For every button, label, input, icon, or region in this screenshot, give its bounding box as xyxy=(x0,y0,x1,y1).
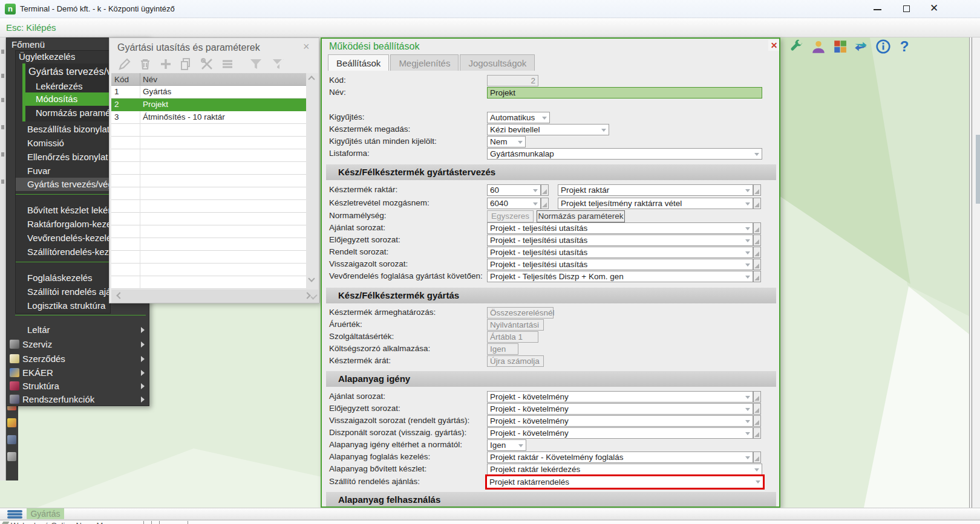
menu-item-szerviz[interactable]: Szerviz xyxy=(22,338,137,351)
close-button[interactable]: ✕ xyxy=(921,0,947,18)
lookup-button[interactable] xyxy=(753,235,761,246)
esc-exit-label[interactable]: Esc: Kilépés xyxy=(6,22,56,33)
menu-item-bovitett-keszlet[interactable]: Bővített készlet lekérde xyxy=(27,204,109,217)
menu-lines-icon[interactable] xyxy=(220,57,236,71)
info-icon[interactable] xyxy=(875,39,891,54)
settings-close-icon[interactable]: ✕ xyxy=(768,40,780,51)
menu-item-vevorendeles[interactable]: Vevőrendelés-kezelés xyxy=(27,231,109,245)
igeny-bovitett-combo[interactable]: Projekt raktár lekérdezés xyxy=(487,464,762,475)
lookup-button[interactable] xyxy=(753,271,761,282)
apps-grid-icon[interactable] xyxy=(832,39,848,54)
column-header-kod[interactable]: Kód xyxy=(114,73,129,86)
igeny-foglalas-combo[interactable]: Projekt raktár - Követelmény foglalás xyxy=(487,451,753,463)
taskbar-app-gyartas[interactable]: Gyártás xyxy=(27,508,64,519)
tools-icon[interactable] xyxy=(200,57,215,71)
lookup-button[interactable] xyxy=(753,403,761,415)
szallito-rendeles-combo[interactable]: Projekt raktárrendelés xyxy=(487,476,763,488)
tab-megjelenites[interactable]: Megjelenítés xyxy=(390,54,459,71)
table-row[interactable]: 3 Átminősítés - 10 raktár xyxy=(111,111,306,124)
copy-icon[interactable] xyxy=(179,57,195,71)
lookup-button[interactable] xyxy=(541,198,549,209)
delete-icon[interactable] xyxy=(138,57,154,71)
lookup-button[interactable] xyxy=(753,427,761,439)
lookup-button[interactable] xyxy=(753,391,761,403)
wrench-icon[interactable] xyxy=(788,39,804,54)
menu-item-raktarforgalom[interactable]: Raktárforgalom-kezelés xyxy=(27,218,109,231)
kesztermek-raktar-combo[interactable]: Projekt raktár xyxy=(558,184,753,196)
keszletrevetel-combo[interactable]: Projekt teljesítmény raktárra vétel xyxy=(558,198,753,209)
menu-item-struktura[interactable]: Struktúra xyxy=(22,380,137,393)
kigyujtes-combo[interactable]: Automatikus xyxy=(487,112,550,123)
menu-icon[interactable] xyxy=(7,418,16,427)
maximize-button[interactable] xyxy=(893,0,920,18)
table-header[interactable]: Kód Név xyxy=(111,73,306,86)
tab-beallitasok[interactable]: Beállítások xyxy=(328,54,389,71)
igeny-elojegyzett-combo[interactable]: Projekt - követelmény xyxy=(487,403,753,415)
filter-clear-icon[interactable] xyxy=(271,57,287,71)
menu-item-ellenorzes-bizonylat[interactable]: Ellenőrzés bizonylat xyxy=(27,150,109,164)
kod-label: Kód: xyxy=(329,76,346,85)
rendelt-sorozat-combo[interactable]: Projekt - teljesítési utasítás xyxy=(487,247,753,258)
horizontal-scrollbar[interactable] xyxy=(111,289,318,303)
kigyujtes-utan-combo[interactable]: Nem xyxy=(487,136,526,147)
elojegyzett-sorozat-combo[interactable]: Projekt - teljesítési utasítás xyxy=(487,235,753,246)
scroll-right-icon[interactable] xyxy=(304,292,310,299)
filter-icon[interactable] xyxy=(249,57,264,71)
lookup-button[interactable] xyxy=(753,222,761,234)
menu-item-foglalaskezeles[interactable]: Foglaláskezelés xyxy=(27,271,109,285)
lookup-button[interactable] xyxy=(753,451,761,463)
menu-item-logisztika-struktura[interactable]: Logisztika struktúra xyxy=(27,299,109,312)
tab-jogosultsagok[interactable]: Jogosultságok xyxy=(460,54,535,71)
menu-item-gyartas-tervezes[interactable]: Gyártás tervezés/v xyxy=(28,65,112,78)
visszaigazolt-sorozat-combo[interactable]: Projekt - teljesítési utasítás xyxy=(487,259,753,270)
kesztermek-raktar-code-combo[interactable]: 60 xyxy=(487,184,541,196)
add-icon[interactable] xyxy=(158,57,174,71)
menu-item-fuvar[interactable]: Fuvar xyxy=(27,164,109,178)
normazas-parameterek-button[interactable]: Normázás paraméterek xyxy=(537,210,625,222)
list-panel-close-icon[interactable]: × xyxy=(303,40,310,53)
vevorendeles-foglalasa-combo[interactable]: Projekt - Teljesítés Diszp + Kom. gen xyxy=(487,271,753,282)
menu-item-lekerdezes[interactable]: Lekérdezés xyxy=(36,80,83,93)
scroll-up-icon[interactable] xyxy=(308,76,315,82)
menu-item-normazas-parameter[interactable]: Normázás paraméter xyxy=(36,106,121,120)
user-icon[interactable] xyxy=(811,39,826,54)
lookup-button[interactable] xyxy=(753,184,761,196)
keszletrevetel-code-combo[interactable]: 6040 xyxy=(487,198,541,209)
lookup-button[interactable] xyxy=(753,198,761,209)
menu-item-ekaer[interactable]: EKÁER xyxy=(22,366,137,380)
menu-item-komissio[interactable]: Komissió xyxy=(27,137,109,150)
menu-item-leltar[interactable]: Leltár xyxy=(27,323,142,337)
minimize-button[interactable] xyxy=(864,0,890,18)
column-header-nev[interactable]: Név xyxy=(143,73,157,86)
menu-item-szallitorendeles[interactable]: Szállítórendelés-kezelé xyxy=(27,245,109,259)
lookup-button[interactable] xyxy=(753,259,761,270)
igeny-visszaigazolt-combo[interactable]: Projekt - követelmény xyxy=(487,415,753,427)
lookup-button[interactable] xyxy=(541,184,549,196)
menu-item-szerzodes[interactable]: Szerződés xyxy=(22,352,137,366)
menu-item-rendszerfunkciok[interactable]: Rendszerfunkciók xyxy=(22,393,137,406)
igeny-ajanlat-combo[interactable]: Projekt - követelmény xyxy=(487,391,753,403)
scroll-left-icon[interactable] xyxy=(116,292,123,299)
listaforma-combo[interactable]: Gyártásmunkalap xyxy=(487,148,762,160)
igeny-diszponalt-combo[interactable]: Projekt - követelmény xyxy=(487,427,753,439)
nev-field[interactable]: Projekt xyxy=(487,87,762,99)
menu-item-ugyletkezeles[interactable]: Ügyletkezelés xyxy=(19,50,75,63)
menu-icon[interactable] xyxy=(7,452,16,461)
menu-item-beszallitas-bizonylat[interactable]: Beszállítás bizonylat xyxy=(27,123,109,136)
table-row-selected[interactable]: 2 Projekt xyxy=(111,99,306,111)
menu-item-gyartas-tervezes-vegrel[interactable]: Gyártás tervezés/végrel xyxy=(16,178,110,191)
menu-item-szallitoi-rendeles-ajanlas[interactable]: Szállítói rendelés ajánlá xyxy=(27,285,109,299)
table-row[interactable]: 1 Gyártás xyxy=(111,86,306,99)
edit-icon[interactable] xyxy=(117,57,133,71)
igeny-elterhet-combo[interactable]: Igen xyxy=(487,439,526,451)
lookup-button[interactable] xyxy=(753,247,761,258)
menu-icon[interactable] xyxy=(7,435,16,444)
menu-item-modositas-selected[interactable]: Módosítás xyxy=(25,92,111,106)
lookup-button[interactable] xyxy=(753,415,761,427)
scroll-down-icon[interactable] xyxy=(308,275,315,282)
kesztermek-megadas-combo[interactable]: Kézi bevitellel xyxy=(487,124,609,135)
vertical-scrollbar[interactable] xyxy=(306,73,318,289)
ajanlat-sorozat-combo[interactable]: Projekt - teljesítési utasítás xyxy=(487,222,753,234)
help-icon[interactable]: ? xyxy=(897,39,912,54)
transfer-arrows-icon[interactable] xyxy=(853,39,869,54)
